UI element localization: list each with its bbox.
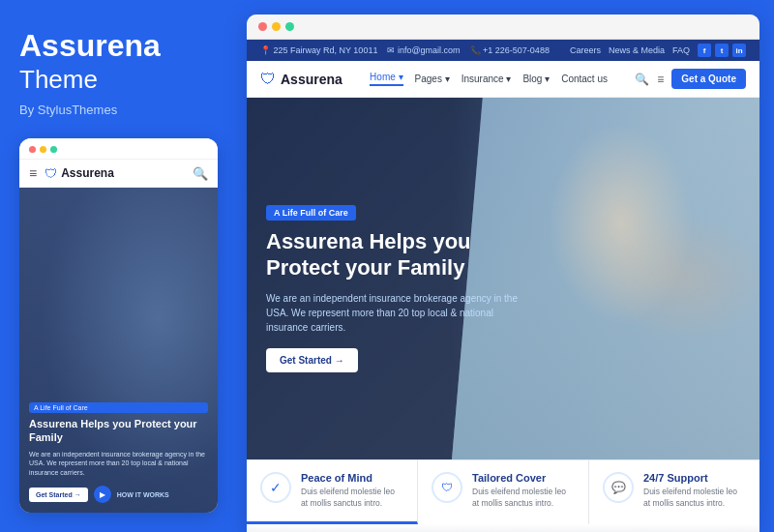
- brand-title: Assurena: [19, 29, 218, 63]
- browser-dot-3: [285, 22, 294, 31]
- mobile-hero-title: Assurena Helps you Protect your Family: [29, 417, 208, 445]
- topbar-address: 📍 225 Fairway Rd, NY 10011: [260, 45, 377, 55]
- feature-text-tailored: Tailored Cover Duis eleifend molestie le…: [472, 472, 575, 510]
- nav-link-contact[interactable]: Contact us: [561, 74, 608, 84]
- site-hero: A Life Full of Care Assurena Helps you P…: [247, 98, 759, 459]
- nav-links: Home ▾ Pages ▾ Insurance ▾ Blog ▾ Contac…: [370, 72, 608, 86]
- site-topbar: 📍 225 Fairway Rd, NY 10011 ✉ info@gmail.…: [247, 40, 759, 61]
- mobile-dot-green: [50, 146, 57, 153]
- mobile-logo: 🛡 Assurena: [45, 166, 193, 181]
- topbar-phone: 📞 +1 226-507-0488: [470, 45, 550, 55]
- mobile-btn-row: Get Started → ▶ HOW IT WORKS: [29, 486, 208, 503]
- shield-cover-icon: 🛡: [432, 472, 462, 503]
- feature-desc-peace: Duis eleifend molestie leo at mollis san…: [301, 487, 403, 510]
- hero-content: A Life Full of Care Assurena Helps you P…: [247, 98, 759, 459]
- browser-dot-2: [272, 22, 281, 31]
- bottom-hint: [247, 524, 759, 532]
- hero-title: Assurena Helps you Protect your Family: [266, 228, 537, 281]
- hamburger-icon: ≡: [29, 165, 37, 181]
- by-line: By StylusThemes: [19, 103, 218, 117]
- feature-card-peace: ✓ Peace of Mind Duis eleifend molestie l…: [247, 460, 418, 524]
- topbar-email: ✉ info@gmail.com: [387, 45, 460, 55]
- search-icon: 🔍: [193, 166, 208, 181]
- nav-logo-text: Assurena: [281, 72, 342, 87]
- nav-search-icon[interactable]: 🔍: [635, 73, 649, 86]
- mobile-cta-button[interactable]: Get Started →: [29, 488, 88, 502]
- browser-dot-1: [258, 22, 267, 31]
- browser-content: 📍 225 Fairway Rd, NY 10011 ✉ info@gmail.…: [247, 40, 759, 532]
- feature-title-support: 24/7 Support: [643, 472, 746, 484]
- topbar-news[interactable]: News & Media: [609, 45, 665, 55]
- nav-icons: 🔍 ≡ Get a Quote: [635, 69, 746, 89]
- mobile-logo-text: Assurena: [61, 166, 114, 180]
- hero-badge: A Life Full of Care: [266, 205, 356, 221]
- nav-menu-icon[interactable]: ≡: [657, 73, 664, 86]
- topbar-social: f t in: [698, 44, 746, 57]
- feature-title-tailored: Tailored Cover: [472, 472, 575, 484]
- twitter-icon[interactable]: t: [715, 44, 729, 57]
- mobile-play-button[interactable]: ▶: [94, 486, 111, 503]
- theme-label: Theme: [19, 65, 218, 95]
- topbar-careers[interactable]: Careers: [570, 45, 601, 55]
- mobile-how-label: HOW IT WORKS: [117, 491, 169, 498]
- mobile-dot-yellow: [40, 146, 46, 153]
- feature-cards: ✓ Peace of Mind Duis eleifend molestie l…: [247, 459, 759, 524]
- nav-link-insurance[interactable]: Insurance ▾: [461, 74, 512, 84]
- browser-dots: [258, 22, 294, 31]
- shield-icon: 🛡: [45, 166, 57, 181]
- browser-chrome: [247, 15, 759, 40]
- topbar-faq[interactable]: FAQ: [672, 45, 690, 55]
- hero-desc: We are an independent insurance brokerag…: [266, 291, 518, 335]
- feature-title-peace: Peace of Mind: [301, 472, 403, 484]
- nav-link-blog[interactable]: Blog ▾: [522, 74, 550, 84]
- browser-mockup: 📍 225 Fairway Rd, NY 10011 ✉ info@gmail.…: [247, 15, 759, 532]
- mobile-preview: ≡ 🛡 Assurena 🔍 A Life Full of Care Assur…: [19, 138, 218, 513]
- feature-desc-tailored: Duis eleifend molestie leo at mollis san…: [472, 487, 575, 510]
- topbar-right: Careers News & Media FAQ f t in: [570, 44, 746, 57]
- nav-shield-icon: 🛡: [260, 71, 276, 88]
- mobile-badge: A Life Full of Care: [29, 402, 208, 413]
- linkedin-icon[interactable]: in: [732, 44, 746, 57]
- site-nav: 🛡 Assurena Home ▾ Pages ▾ Insurance ▾ Bl…: [247, 61, 759, 98]
- chat-icon: 💬: [603, 472, 634, 503]
- mobile-dot-red: [29, 146, 36, 153]
- hero-cta-button[interactable]: Get Started →: [266, 348, 358, 372]
- left-panel: Assurena Theme By StylusThemes ≡ 🛡 Assur…: [0, 0, 237, 532]
- feature-desc-support: Duis eleifend molestie leo at mollis san…: [643, 487, 746, 510]
- feature-text-peace: Peace of Mind Duis eleifend molestie leo…: [301, 472, 403, 510]
- feature-card-support: 💬 24/7 Support Duis eleifend molestie le…: [589, 460, 759, 524]
- feature-text-support: 24/7 Support Duis eleifend molestie leo …: [643, 472, 746, 510]
- mobile-hero-desc: We are an independent insurance brokerag…: [29, 450, 208, 478]
- check-icon: ✓: [260, 472, 291, 503]
- nav-logo: 🛡 Assurena: [260, 71, 342, 88]
- feature-card-tailored: 🛡 Tailored Cover Duis eleifend molestie …: [418, 460, 589, 524]
- nav-link-home[interactable]: Home ▾: [370, 72, 402, 86]
- nav-link-pages[interactable]: Pages ▾: [415, 74, 450, 84]
- mobile-chrome: [19, 138, 218, 160]
- topbar-left: 📍 225 Fairway Rd, NY 10011 ✉ info@gmail.…: [260, 45, 550, 55]
- facebook-icon[interactable]: f: [698, 44, 711, 57]
- mobile-nav: ≡ 🛡 Assurena 🔍: [19, 160, 218, 188]
- mobile-hero: A Life Full of Care Assurena Helps you P…: [19, 188, 218, 513]
- get-quote-button[interactable]: Get a Quote: [671, 69, 746, 89]
- mobile-dots: [29, 146, 57, 153]
